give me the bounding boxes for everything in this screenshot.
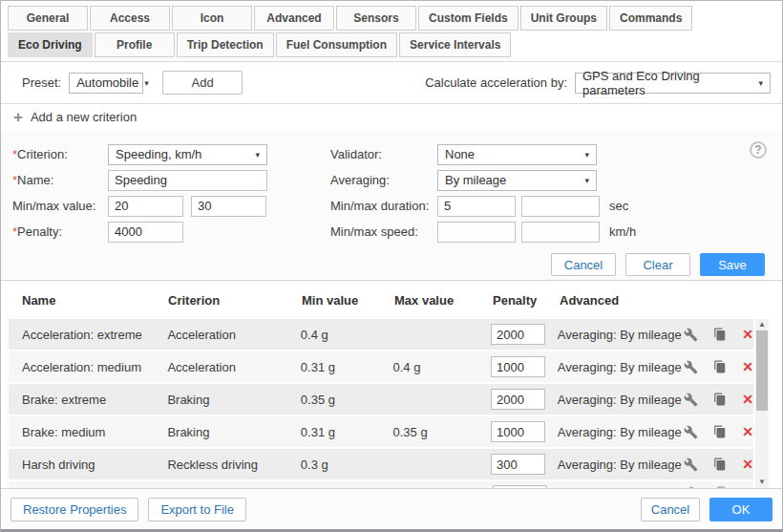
edit-wrench-icon[interactable]	[683, 392, 698, 407]
tab-icon[interactable]: Icon	[172, 6, 252, 31]
preset-select[interactable]: Automobile ▾	[69, 73, 143, 94]
unit-properties-dialog: General Access Icon Advanced Sensors Cus…	[0, 0, 783, 532]
header-name: Name	[22, 293, 168, 308]
row-advanced: Averaging: By mileage	[558, 393, 683, 407]
delete-icon[interactable]: ✕	[742, 458, 753, 471]
averaging-label: Averaging:	[330, 173, 437, 187]
row-criterion: Reckless driving	[167, 458, 300, 472]
help-icon[interactable]: ?	[750, 141, 767, 159]
caret-down-icon: ▾	[579, 150, 589, 160]
calc-acceleration-label: Calculate acceleration by:	[425, 75, 567, 90]
penalty-input[interactable]	[108, 222, 183, 243]
row-criterion: Acceleration	[167, 360, 300, 374]
edit-wrench-icon[interactable]	[683, 359, 698, 374]
min-duration-input[interactable]	[437, 196, 516, 217]
copy-icon[interactable]	[712, 359, 728, 374]
copy-icon[interactable]	[712, 327, 728, 342]
row-penalty-input[interactable]	[491, 454, 545, 475]
max-duration-input[interactable]	[521, 196, 600, 217]
row-penalty-input[interactable]	[491, 421, 545, 442]
dialog-footer: Restore Properties Export to File Cancel…	[1, 488, 782, 529]
table-header: Name Criterion Min value Max value Penal…	[1, 281, 782, 319]
ok-button[interactable]: OK	[709, 498, 772, 521]
minmax-duration-label: Min/max duration:	[330, 199, 437, 213]
scroll-down-icon[interactable]: ▼	[758, 477, 766, 488]
delete-icon[interactable]: ✕	[742, 328, 753, 341]
row-min-value: 0.31 g	[301, 425, 393, 439]
tab-advanced[interactable]: Advanced	[254, 6, 334, 31]
copy-icon[interactable]	[715, 485, 730, 488]
row-advanced: Averaging: By mileage	[558, 360, 683, 374]
minmax-value-label: Min/max value:	[12, 199, 108, 213]
row-name: Harsh driving	[22, 458, 167, 472]
tab-commands[interactable]: Commands	[609, 6, 692, 31]
add-criterion-link[interactable]: + Add a new criterion	[1, 104, 782, 130]
save-button[interactable]: Save	[700, 253, 765, 276]
table-row-partial	[9, 481, 753, 488]
restore-properties-button[interactable]: Restore Properties	[11, 498, 138, 521]
delete-icon[interactable]: ✕	[742, 393, 753, 406]
caret-down-icon: ▾	[752, 78, 763, 88]
scrollbar[interactable]: ▲ ▼	[755, 319, 769, 488]
name-input[interactable]	[108, 170, 267, 191]
edit-wrench-icon[interactable]	[683, 424, 698, 439]
edit-wrench-icon[interactable]	[683, 327, 698, 342]
tab-trip-detection[interactable]: Trip Detection	[177, 32, 274, 57]
row-name: Acceleration: extreme	[22, 328, 167, 342]
tab-eco-driving[interactable]: Eco Driving	[8, 32, 93, 57]
tab-general[interactable]: General	[8, 6, 88, 31]
add-criterion-label: Add a new criterion	[31, 110, 137, 124]
edit-wrench-icon[interactable]	[686, 485, 701, 488]
row-advanced: Averaging: By mileage	[558, 458, 683, 472]
row-min-value: 0.35 g	[301, 393, 393, 407]
edit-wrench-icon[interactable]	[683, 457, 698, 472]
scroll-thumb[interactable]	[756, 330, 768, 411]
header-penalty: Penalty	[493, 293, 560, 308]
tab-profile[interactable]: Profile	[95, 32, 175, 57]
add-preset-button[interactable]: Add	[162, 71, 243, 95]
caret-down-icon: ▾	[249, 150, 260, 160]
max-value-input[interactable]	[191, 196, 266, 217]
copy-icon[interactable]	[712, 424, 728, 439]
tab-access[interactable]: Access	[90, 6, 170, 31]
criteria-table: Acceleration: extreme Acceleration 0.4 g…	[1, 319, 782, 488]
row-penalty-input[interactable]	[491, 389, 545, 410]
row-max-value: 0.4 g	[392, 360, 491, 374]
scroll-up-icon[interactable]: ▲	[758, 319, 766, 330]
preset-label: Preset:	[22, 75, 61, 90]
row-min-value: 0.4 g	[301, 328, 393, 342]
criterion-select[interactable]: Speeding, km/h ▾	[108, 144, 267, 165]
caret-down-icon: ▾	[579, 176, 589, 185]
row-penalty-input[interactable]	[491, 324, 545, 345]
validator-select[interactable]: None ▾	[437, 144, 597, 165]
row-min-value: 0.3 g	[301, 458, 393, 472]
averaging-select[interactable]: By mileage ▾	[437, 170, 597, 191]
minmax-speed-label: Min/max speed:	[330, 224, 437, 239]
speed-unit: km/h	[609, 224, 636, 239]
row-penalty-input[interactable]	[491, 356, 545, 377]
header-min-value: Min value	[302, 293, 394, 308]
calc-acceleration-select[interactable]: GPS and Eco Driving parameters ▾	[575, 73, 771, 94]
cancel-button[interactable]: Cancel	[551, 253, 616, 276]
tab-sensors[interactable]: Sensors	[336, 6, 416, 31]
tab-service-intervals[interactable]: Service Intervals	[399, 32, 511, 57]
min-value-input[interactable]	[108, 196, 183, 217]
export-to-file-button[interactable]: Export to File	[148, 498, 246, 521]
row-min-value: 0.31 g	[301, 360, 393, 374]
copy-icon[interactable]	[712, 392, 728, 407]
clear-button[interactable]: Clear	[625, 253, 690, 276]
tab-unit-groups[interactable]: Unit Groups	[520, 6, 607, 31]
min-speed-input[interactable]	[437, 222, 516, 243]
tab-fuel-consumption[interactable]: Fuel Consumption	[276, 32, 397, 57]
max-speed-input[interactable]	[521, 222, 600, 243]
criterion-form: ? *Criterion: Speeding, km/h ▾ *Name: Mi…	[1, 130, 782, 281]
tab-custom-fields[interactable]: Custom Fields	[418, 6, 518, 31]
calc-acceleration-value: GPS and Eco Driving parameters	[582, 69, 752, 97]
copy-icon[interactable]	[712, 457, 728, 472]
row-max-value: 0.35 g	[392, 425, 491, 439]
row-advanced: Averaging: By mileage	[558, 328, 683, 342]
row-penalty-input[interactable]	[493, 485, 547, 488]
delete-icon[interactable]: ✕	[742, 360, 753, 373]
delete-icon[interactable]: ✕	[742, 425, 753, 438]
footer-cancel-button[interactable]: Cancel	[641, 498, 700, 521]
